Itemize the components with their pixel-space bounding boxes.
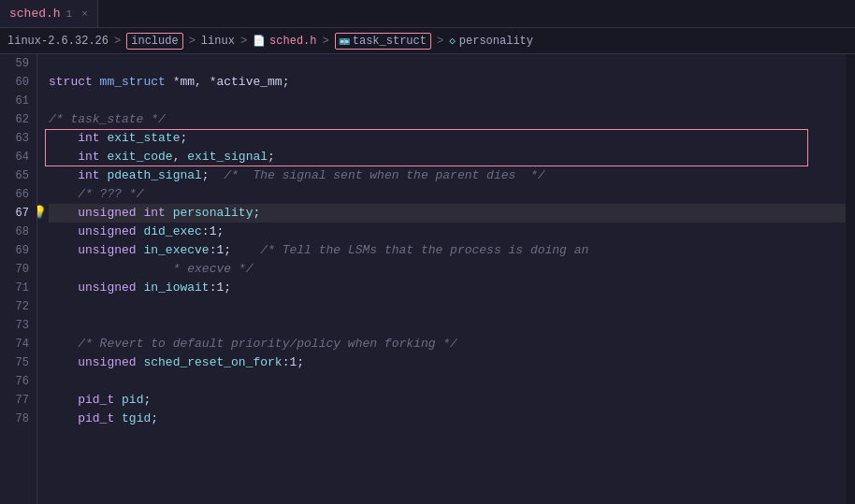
var-in-execve: in_execve [143, 241, 209, 260]
line-num-72: 72 [0, 297, 29, 316]
indent-64 [49, 148, 78, 166]
breadcrumb-file: 📄 sched.h [253, 35, 316, 48]
indent-77 [49, 391, 78, 410]
indent-68 [49, 223, 78, 241]
comment-lsm: /* Tell the LSMs that the process is doi… [260, 241, 588, 260]
kw-unsigned-75: unsigned [78, 353, 143, 372]
code-line-67: 💡 unsigned int personality; [49, 204, 846, 223]
kw-int-67: int [143, 204, 172, 223]
code-line-74: /* Revert to default priority/policy whe… [49, 335, 846, 353]
punct-comma-64: , [173, 148, 188, 166]
line-num-59: 59 [0, 54, 29, 73]
type-pid-77: pid_t [78, 391, 122, 410]
code-line-61 [49, 92, 846, 110]
diamond-icon: ◇ [449, 35, 456, 47]
kw-unsigned-67: unsigned [78, 204, 143, 223]
line-num-78: 78 [0, 410, 29, 428]
var-mm: *mm, *active_mm; [173, 73, 290, 92]
line-num-77: 77 [0, 391, 29, 410]
punct-colon-68: :1; [202, 223, 224, 241]
line-num-61: 61 [0, 92, 29, 110]
indent-63 [49, 129, 78, 148]
var-pid: pid [122, 391, 143, 410]
line-numbers-gutter: 59 60 61 62 63 64 65 66 67 68 69 70 71 7… [0, 54, 37, 504]
punct-75: :1; [283, 353, 304, 372]
code-line-70: * execve */ [49, 260, 846, 279]
indent-70 [49, 260, 173, 279]
code-line-68: unsigned did_exec:1; [49, 223, 846, 241]
punct-78: ; [151, 410, 158, 428]
editor: 59 60 61 62 63 64 65 66 67 68 69 70 71 7… [0, 54, 855, 504]
var-in-iowait: in_iowait [143, 279, 209, 297]
code-area: struct mm_struct *mm, *active_mm; /* tas… [37, 54, 846, 504]
indent-66 [49, 185, 78, 204]
code-line-72 [49, 297, 846, 316]
code-line-60: struct mm_struct *mm, *active_mm; [49, 73, 846, 92]
punct-semi-64: ; [268, 148, 275, 166]
punct-67: ; [253, 204, 260, 223]
code-line-75: unsigned sched_reset_on_fork:1; [49, 353, 846, 372]
code-line-73 [49, 316, 846, 335]
code-line-76 [49, 372, 846, 391]
punct-77: ; [143, 391, 151, 410]
indent-65 [49, 166, 78, 185]
scrollbar-track[interactable] [846, 54, 855, 504]
code-line-63: int exit_state; [49, 129, 846, 148]
breadcrumb-bar: linux-2.6.32.26 > include > linux > 📄 sc… [0, 28, 855, 54]
file-tab[interactable]: sched.h 1 × [0, 0, 98, 27]
breadcrumb-root: linux-2.6.32.26 [7, 35, 109, 48]
breadcrumb-linux-label: linux [201, 35, 235, 48]
code-line-65: int pdeath_signal; /* The signal sent wh… [49, 166, 846, 185]
breadcrumb-member-label: personality [459, 35, 533, 48]
kw-unsigned-68: unsigned [78, 223, 143, 241]
line-num-63: 63 [0, 129, 29, 148]
comment-task-state: /* task_state */ [49, 110, 166, 129]
code-line-77: pid_t pid; [49, 391, 846, 410]
punct-65: ; [202, 166, 224, 185]
punct-63: ; [180, 129, 187, 148]
var-exit-state: exit_state [107, 129, 180, 148]
struct-icon: ▣▣ [340, 36, 349, 47]
breadcrumb-include-label: include [126, 33, 182, 50]
indent-67 [49, 204, 78, 223]
line-num-65: 65 [0, 166, 29, 185]
var-personality: personality [173, 204, 254, 223]
breadcrumb-include: include [126, 33, 182, 50]
breadcrumb-sep-4: > [323, 35, 329, 48]
code-line-64: int exit_code, exit_signal; [49, 148, 846, 166]
line-num-74: 74 [0, 335, 29, 353]
breadcrumb-root-label: linux-2.6.32.26 [7, 35, 109, 48]
line-num-71: 71 [0, 279, 29, 297]
var-sched-reset: sched_reset_on_fork [143, 353, 282, 372]
lightbulb-icon: 💡 [37, 204, 47, 223]
breadcrumb-sep-2: > [189, 35, 196, 48]
kw-int-63: int [78, 129, 107, 148]
comment-qqq: /* ??? */ [78, 185, 143, 204]
tab-filename: sched.h [9, 7, 61, 21]
code-line-66: /* ??? */ [49, 185, 846, 204]
line-num-69: 69 [0, 241, 29, 260]
var-exit-signal: exit_signal [187, 148, 268, 166]
type-pid-78: pid_t [78, 410, 122, 428]
punct-colon-69: :1; [210, 241, 261, 260]
comment-signal: /* The signal sent when the parent dies … [224, 166, 544, 185]
breadcrumb-struct-box: ▣▣ task_struct [335, 33, 431, 50]
comment-execve: * execve */ [173, 260, 254, 279]
code-line-78: pid_t tgid; [49, 410, 846, 428]
breadcrumb-sep-5: > [437, 35, 443, 48]
type-mm_struct: mm_struct [100, 73, 173, 92]
kw-struct: struct [49, 73, 100, 92]
code-line-62: /* task_state */ [49, 110, 846, 129]
line-num-64: 64 [0, 148, 29, 166]
indent-71 [49, 279, 78, 297]
breadcrumb-struct-label: task_struct [353, 35, 427, 48]
code-line-59 [49, 54, 846, 73]
tab-close-icon[interactable]: × [81, 8, 88, 20]
line-num-60: 60 [0, 73, 29, 92]
file-icon: 📄 [253, 35, 266, 47]
indent-74 [49, 335, 78, 353]
tab-bar: sched.h 1 × [0, 0, 855, 28]
var-exit-code: exit_code [107, 148, 172, 166]
line-num-67: 67 [0, 204, 29, 223]
breadcrumb-linux: linux [201, 35, 235, 48]
